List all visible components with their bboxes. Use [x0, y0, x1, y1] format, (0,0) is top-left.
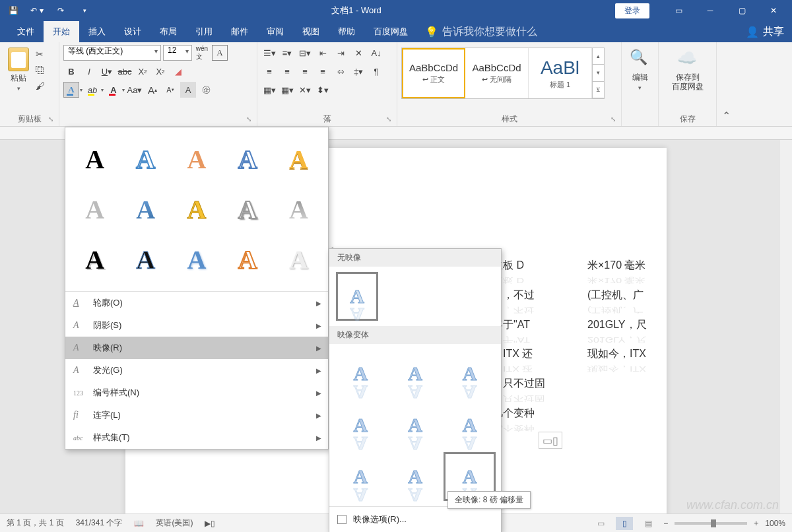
zoom-level[interactable]: 100%	[765, 519, 785, 528]
maximize-icon[interactable]: ▢	[729, 1, 755, 20]
reflect-variant[interactable]: A	[389, 349, 442, 398]
highlight-button[interactable]: ab	[84, 82, 100, 98]
macro-icon[interactable]: ▶▯	[205, 519, 215, 528]
clipboard-launcher-icon[interactable]: ⤡	[48, 116, 56, 123]
shading-icon[interactable]: ▦▾	[261, 82, 277, 98]
subscript-button[interactable]: X2	[135, 63, 150, 79]
web-layout-icon[interactable]: ▤	[640, 517, 657, 530]
reflect-none[interactable]: A	[336, 272, 378, 321]
phonetic-guide-icon[interactable]: wén文	[194, 45, 210, 61]
char-border-icon[interactable]: A	[212, 45, 228, 61]
reflect-variant[interactable]: A	[389, 401, 442, 449]
copy-icon[interactable]: ⿻	[36, 65, 48, 77]
fx-preset[interactable]: A	[71, 236, 119, 283]
fx-preset[interactable]: A	[172, 135, 220, 183]
font-color-button[interactable]: A	[106, 82, 121, 98]
borders-icon[interactable]: ▦▾	[279, 82, 295, 98]
tab-baidu[interactable]: 百度网盘	[364, 21, 417, 42]
tab-review[interactable]: 审阅	[257, 21, 293, 42]
reflect-variant[interactable]: A	[335, 401, 387, 449]
tab-layout[interactable]: 布局	[150, 21, 186, 42]
tab-insert[interactable]: 插入	[79, 21, 115, 42]
font-size-dropdown[interactable]: 12	[163, 45, 192, 61]
print-layout-icon[interactable]: ▯	[616, 517, 633, 530]
align-right-icon[interactable]: ≡	[297, 63, 313, 79]
char-shading-icon[interactable]: A	[180, 82, 196, 98]
reflect-variant[interactable]: A	[389, 452, 442, 501]
share-button[interactable]: 👤 共享	[746, 25, 784, 39]
paste-button[interactable]: 粘贴 ▾	[4, 45, 33, 92]
vertical-scrollbar[interactable]	[780, 140, 792, 514]
menu-number-style[interactable]: 123编号样式(N)▶	[65, 382, 328, 404]
fx-preset[interactable]: A	[172, 236, 220, 283]
tab-file[interactable]: 文件	[8, 21, 44, 42]
style-gallery[interactable]: AaBbCcDd↩ 正文 AaBbCcDd↩ 无间隔 AaBl标题 1 ▴▾⊻	[401, 48, 605, 99]
login-button[interactable]: 登录	[615, 3, 649, 18]
qat-customize-icon[interactable]: ▾	[77, 3, 92, 18]
format-painter-icon[interactable]: 🖌	[36, 81, 48, 92]
tab-home[interactable]: 开始	[44, 21, 79, 42]
cut-icon[interactable]: ✂	[36, 49, 48, 61]
change-case-button[interactable]: Aa▾	[127, 82, 143, 98]
underline-button[interactable]: U ▾	[99, 63, 115, 79]
language-indicator[interactable]: 英语(美国)	[156, 517, 193, 529]
fx-preset[interactable]: A	[275, 185, 323, 233]
style-normal[interactable]: AaBbCcDd↩ 正文	[402, 48, 465, 98]
align-left-icon[interactable]: ≡	[261, 63, 277, 79]
strikethrough-button[interactable]: abc	[117, 63, 133, 79]
text-direction-icon[interactable]: ✕	[350, 45, 366, 61]
fx-preset[interactable]: A	[71, 135, 119, 183]
zoom-slider[interactable]	[675, 522, 747, 525]
undo-icon[interactable]: ↶ ▾	[29, 3, 45, 18]
zoom-out-icon[interactable]: −	[663, 519, 668, 528]
clear-format-icon[interactable]: ◢	[170, 63, 186, 79]
menu-styleset[interactable]: abc样式集(T)▶	[65, 426, 328, 449]
snap-icon[interactable]: ⬍▾	[315, 82, 331, 98]
fx-preset[interactable]: A	[275, 236, 323, 283]
reflection-options[interactable]: 映像选项(R)...	[329, 506, 501, 532]
tab-mail[interactable]: 邮件	[222, 21, 257, 42]
fx-preset[interactable]: A	[71, 185, 119, 233]
tell-me-search[interactable]: 💡 告诉我你想要做什么	[425, 25, 537, 39]
increase-indent-icon[interactable]: ⇥	[333, 45, 348, 61]
font-name-dropdown[interactable]: 等线 (西文正文)	[63, 45, 161, 61]
decrease-indent-icon[interactable]: ⇤	[315, 45, 331, 61]
tab-references[interactable]: 引用	[186, 21, 222, 42]
fx-preset[interactable]: A	[121, 185, 170, 233]
justify-icon[interactable]: ≡	[315, 63, 331, 79]
show-marks-icon[interactable]: ¶	[368, 63, 384, 79]
menu-glow[interactable]: A发光(G)▶	[65, 359, 328, 382]
enclose-char-icon[interactable]: ㊭	[198, 82, 214, 98]
fx-preset[interactable]: A	[224, 236, 272, 283]
sort-icon[interactable]: A↓	[368, 45, 384, 61]
fx-preset[interactable]: A	[275, 135, 323, 183]
page-indicator[interactable]: 第 1 页，共 1 页	[7, 517, 64, 529]
fx-preset[interactable]: A	[121, 135, 170, 183]
style-more-icon[interactable]: ⊻	[593, 82, 604, 98]
italic-button[interactable]: I	[81, 63, 97, 79]
collapse-ribbon-icon[interactable]: ⌃	[717, 42, 735, 126]
distributed-icon[interactable]: ⬄	[333, 63, 348, 79]
find-button[interactable]: 🔍 编辑 ▾	[626, 45, 654, 91]
fx-preset[interactable]: A	[172, 185, 220, 233]
fx-preset[interactable]: A	[121, 236, 170, 283]
menu-reflection[interactable]: A映像(R)▶	[65, 337, 328, 359]
reflect-variant[interactable]: A	[444, 401, 496, 449]
style-up-icon[interactable]: ▴	[593, 48, 604, 65]
zoom-in-icon[interactable]: +	[754, 519, 758, 528]
align-center-icon[interactable]: ≡	[279, 63, 295, 79]
menu-shadow[interactable]: A阴影(S)▶	[65, 314, 328, 337]
tab-view[interactable]: 视图	[293, 21, 329, 42]
style-down-icon[interactable]: ▾	[593, 65, 604, 81]
reading-view-toggle-icon[interactable]: ▭▯	[539, 432, 562, 449]
asian-layout-icon[interactable]: ✕▾	[297, 82, 313, 98]
spell-check-icon[interactable]: 📖	[134, 519, 144, 528]
font-launcher-icon[interactable]: ⤡	[246, 116, 254, 123]
text-effects-button[interactable]: A	[63, 82, 79, 98]
styles-launcher-icon[interactable]: ⤡	[610, 116, 618, 123]
minimize-icon[interactable]: ─	[697, 1, 723, 20]
tab-design[interactable]: 设计	[115, 21, 150, 42]
read-mode-icon[interactable]: ▭	[592, 517, 609, 530]
multilevel-icon[interactable]: ⊟▾	[297, 45, 313, 61]
bold-button[interactable]: B	[63, 63, 79, 79]
